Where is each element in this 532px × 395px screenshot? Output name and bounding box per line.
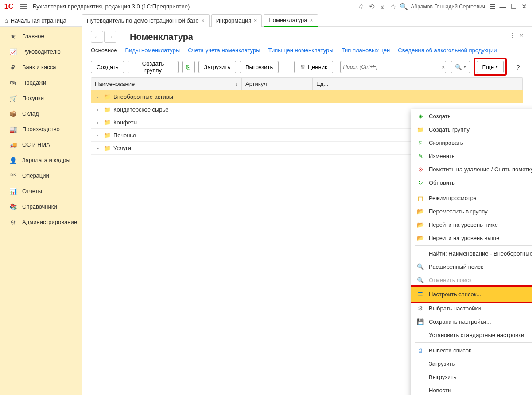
- sidebar-item[interactable]: ᴰᴷОперации: [0, 168, 82, 183]
- tab-close-icon[interactable]: ×: [310, 17, 313, 23]
- home-tab[interactable]: ⌂ Начальная страница: [0, 14, 80, 27]
- col-article[interactable]: Артикул: [242, 78, 313, 90]
- menu-item-icon: 📁: [416, 125, 424, 133]
- unload-button[interactable]: Выгрузить: [240, 61, 279, 73]
- menu-item-icon: 📂: [416, 207, 424, 215]
- sidebar-item-label: Операции: [22, 172, 49, 179]
- col-name[interactable]: Наименование↓: [91, 78, 242, 90]
- menu-item-icon: [416, 386, 424, 394]
- back-button[interactable]: ←: [91, 31, 103, 43]
- minimize-icon[interactable]: —: [497, 1, 508, 12]
- menu-item[interactable]: ☰Настроить список...: [411, 285, 532, 303]
- expand-icon[interactable]: ▸: [97, 94, 101, 99]
- menu-item[interactable]: 📁Создать группуCtrl+F9: [411, 123, 532, 136]
- hamburger-icon[interactable]: [19, 1, 29, 12]
- menu-item-label: Пометить на удаление / Снять пометку: [429, 166, 532, 173]
- menu-item[interactable]: 📂Переместить в группуCtrl+Shift+M: [411, 205, 532, 218]
- help-button[interactable]: ?: [513, 63, 523, 71]
- menu-item[interactable]: ✎ИзменитьF2: [411, 149, 532, 163]
- tab[interactable]: Номенклатура×: [264, 14, 318, 27]
- table-row[interactable]: ▸📁Внеоборотные активы: [91, 90, 523, 103]
- menu-item[interactable]: Новости: [411, 383, 532, 395]
- tab-close-icon[interactable]: ×: [254, 18, 257, 24]
- expand-icon[interactable]: ▸: [97, 146, 101, 151]
- create-button[interactable]: Создать: [91, 61, 124, 73]
- menu-item[interactable]: ↻ОбновитьF5: [411, 176, 532, 189]
- menu-item[interactable]: ⊗Пометить на удаление / Снять пометкуDel: [411, 163, 532, 176]
- menu-item[interactable]: 📂Перейти на уровень вышеCtrl+Up: [411, 231, 532, 244]
- sub-tab[interactable]: Основное: [91, 47, 117, 54]
- star-icon[interactable]: ☆: [388, 1, 398, 12]
- copy-button[interactable]: ⎘: [182, 61, 195, 73]
- menu-item-icon: ✎: [416, 152, 424, 160]
- menu-item[interactable]: 💾Сохранить настройки...: [411, 315, 532, 328]
- sidebar-item[interactable]: 🛍Продажи: [0, 75, 82, 90]
- forward-button[interactable]: →: [104, 31, 116, 43]
- search-button[interactable]: 🔍 ▾: [451, 61, 470, 73]
- menu-separator: [415, 190, 532, 190]
- dtkt-icon: ᴰᴷ: [9, 172, 17, 180]
- search-input[interactable]: [340, 61, 446, 73]
- close-icon[interactable]: ✕: [519, 1, 529, 12]
- menu-item[interactable]: 🔍Расширенный поискAlt+F: [411, 260, 532, 273]
- menu-item-label: Изменить: [429, 153, 532, 159]
- user-menu-icon[interactable]: ☰: [487, 1, 497, 12]
- menu-item[interactable]: Найти: Наименование - Внеоборотные актив…: [411, 247, 532, 260]
- tab-label: Путеводитель по демонстрационной базе: [87, 17, 199, 24]
- sidebar-item[interactable]: 📚Справочники: [0, 199, 82, 214]
- sidebar-item[interactable]: 📊Отчеты: [0, 183, 82, 199]
- sidebar-item[interactable]: 🚚ОС и НМА: [0, 137, 82, 152]
- menu-item[interactable]: 📂Перейти на уровень нижеCtrl+Down: [411, 218, 532, 231]
- pricetag-button[interactable]: 🖶Ценник: [294, 61, 333, 73]
- expand-icon[interactable]: ▸: [97, 120, 101, 125]
- sidebar-item[interactable]: ₽Банк и касса: [0, 59, 82, 75]
- tab[interactable]: Информация×: [211, 14, 262, 27]
- more-button[interactable]: Еще ▾: [477, 61, 504, 73]
- sub-tab[interactable]: Виды номенклатуры: [125, 47, 180, 54]
- load-button[interactable]: Загрузить: [198, 61, 236, 73]
- tab[interactable]: Путеводитель по демонстрационной базе×: [82, 14, 210, 27]
- create-group-button[interactable]: Создать группу: [128, 61, 178, 73]
- menu-item[interactable]: 🔍Отменить поискCtrl+Q: [411, 273, 532, 287]
- sidebar-item[interactable]: 👤Зарплата и кадры: [0, 152, 82, 168]
- expand-icon[interactable]: ▸: [97, 107, 101, 112]
- menu-item[interactable]: ▤Режим просмотра▶: [411, 191, 532, 205]
- search-icon[interactable]: 🔍: [398, 1, 409, 12]
- menu-item-icon: ☰: [416, 290, 424, 298]
- sub-tab[interactable]: Счета учета номенклатуры: [188, 47, 260, 54]
- col-unit[interactable]: Ед...: [313, 78, 523, 90]
- menu-item[interactable]: ⎙Вывести список...: [411, 344, 532, 357]
- home-tab-label: Начальная страница: [11, 17, 66, 24]
- menu-item[interactable]: ⊕СоздатьIns: [411, 109, 532, 123]
- menu-item[interactable]: Выгрузить: [411, 370, 532, 383]
- sidebar-item[interactable]: ★Главное: [0, 28, 82, 44]
- menu-item-icon: [416, 360, 424, 368]
- maximize-icon[interactable]: ☐: [508, 1, 519, 12]
- sidebar-item[interactable]: 🏭Производство: [0, 121, 82, 137]
- menu-item[interactable]: ⎘СкопироватьF9: [411, 136, 532, 149]
- menu-item[interactable]: Загрузить: [411, 357, 532, 370]
- sub-tab[interactable]: Сведения об алкогольной продукции: [398, 47, 497, 54]
- history-icon[interactable]: ⧖: [377, 1, 388, 12]
- kebab-icon[interactable]: ⋮: [509, 32, 515, 39]
- user-name[interactable]: Абрамов Геннадий Сергеевич: [409, 4, 487, 10]
- search-clear-icon[interactable]: ×: [439, 64, 447, 70]
- sub-tab[interactable]: Типы цен номенклатуры: [268, 47, 334, 54]
- menu-item[interactable]: ⚙Выбрать настройки...: [411, 302, 532, 315]
- notifications-icon[interactable]: ♤: [356, 1, 366, 12]
- sub-tab[interactable]: Тип плановых цен: [342, 47, 390, 54]
- sidebar-item[interactable]: ⚙Администрирование: [0, 214, 82, 230]
- sidebar-item-label: Администрирование: [22, 219, 77, 225]
- menu-item[interactable]: Установить стандартные настройки: [411, 328, 532, 341]
- expand-icon[interactable]: ▸: [97, 133, 101, 138]
- sidebar-item[interactable]: 📈Руководителю: [0, 44, 82, 59]
- menu-item-label: Скопировать: [429, 139, 532, 146]
- sidebar-item[interactable]: 🛒Покупки: [0, 90, 82, 106]
- close-page-icon[interactable]: ×: [520, 32, 523, 39]
- menu-item-label: Обновить: [429, 179, 532, 186]
- menu-item-icon: ↻: [416, 178, 424, 186]
- sidebar-item[interactable]: 📦Склад: [0, 106, 82, 121]
- app-title: Бухгалтерия предприятия, редакция 3.0 (1…: [33, 3, 356, 10]
- sync-icon[interactable]: ⟲: [366, 1, 377, 12]
- tab-close-icon[interactable]: ×: [202, 18, 205, 24]
